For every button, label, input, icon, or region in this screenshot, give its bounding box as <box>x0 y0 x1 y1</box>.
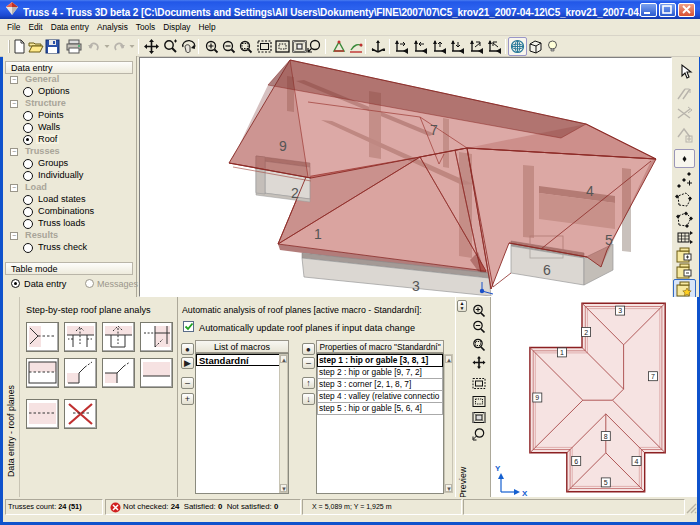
svg-text:1: 1 <box>314 226 322 242</box>
svg-text:3: 3 <box>412 278 420 294</box>
svg-text:2: 2 <box>291 185 299 201</box>
svg-text:7: 7 <box>430 122 438 138</box>
svg-text:6: 6 <box>543 262 551 278</box>
svg-text:8: 8 <box>604 433 608 440</box>
svg-text:5: 5 <box>605 232 613 248</box>
svg-text:9: 9 <box>279 138 287 154</box>
svg-text:4: 4 <box>586 183 594 199</box>
svg-text:9: 9 <box>535 394 539 401</box>
svg-text:6: 6 <box>574 458 578 465</box>
svg-text:3: 3 <box>618 307 622 314</box>
svg-text:5: 5 <box>604 479 608 486</box>
svg-text:2: 2 <box>584 329 588 336</box>
svg-text:Y: Y <box>495 464 501 473</box>
svg-text:1: 1 <box>560 349 564 356</box>
svg-text:4: 4 <box>635 458 639 465</box>
svg-text:7: 7 <box>651 373 655 380</box>
